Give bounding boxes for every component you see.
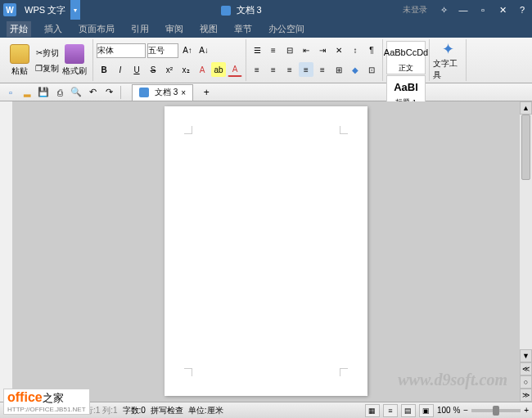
app-menu-dropdown[interactable]: ▾ <box>70 0 80 20</box>
zoom-in-button[interactable]: + <box>524 406 529 415</box>
menu-bar: 开始 插入 页面布局 引用 审阅 视图 章节 办公空间 <box>0 20 532 38</box>
tab-settings-button[interactable]: ⊞ <box>331 62 346 77</box>
text-direction-button[interactable]: ✕ <box>331 43 346 58</box>
login-status[interactable]: 未登录 <box>403 4 427 16</box>
align-center-button[interactable]: ≡ <box>266 62 281 77</box>
menu-review[interactable]: 审阅 <box>162 21 187 37</box>
close-button[interactable]: ✕ <box>493 0 512 20</box>
border-button[interactable]: ⊡ <box>364 62 379 77</box>
add-tab-button[interactable]: + <box>198 84 214 101</box>
document-tab[interactable]: 文档 3 × <box>132 84 193 101</box>
menu-page-layout[interactable]: 页面布局 <box>75 21 118 37</box>
underline-button[interactable]: U <box>129 62 144 77</box>
style-normal[interactable]: AaBbCcDd正文 <box>386 41 426 74</box>
menu-office-space[interactable]: 办公空间 <box>265 21 308 37</box>
save-button[interactable]: 💾 <box>36 85 51 100</box>
number-list-button[interactable]: ≡ <box>266 43 281 58</box>
align-justify-button[interactable]: ≡ <box>299 62 313 77</box>
menu-insert[interactable]: 插入 <box>41 21 65 37</box>
scroll-track[interactable] <box>520 115 532 349</box>
scroll-down-button[interactable]: ▼ <box>520 349 532 362</box>
zoom-thumb[interactable] <box>493 406 499 416</box>
skin-button[interactable]: ✧ <box>434 0 453 20</box>
watermark-brand: office之家 HTTP://OFFICE.JB51.NET <box>3 389 90 415</box>
next-page-button[interactable]: ≫ <box>520 389 532 402</box>
paste-icon <box>10 44 29 64</box>
shading-button[interactable]: ◆ <box>348 62 363 77</box>
view-web-button[interactable]: ▤ <box>401 404 416 417</box>
paste-button[interactable]: 粘贴 <box>5 41 34 80</box>
styles-gallery: AaBbCcDd正文 AaBl标题 1 AaBb(标题 2 AaBbC标题 3 … <box>383 39 430 81</box>
text-tools-button[interactable]: ✦文字工具 <box>433 41 462 80</box>
view-outline-button[interactable]: ≡ <box>383 404 398 417</box>
app-icon: W <box>3 3 16 16</box>
font-size-select[interactable] <box>147 43 178 58</box>
status-word-count[interactable]: 字数:0 <box>123 405 146 416</box>
view-print-layout-button[interactable]: ▦ <box>365 404 380 417</box>
font-color-button[interactable]: A <box>228 62 242 77</box>
multilevel-list-button[interactable]: ⊟ <box>282 43 297 58</box>
title-bar: W WPS 文字 ▾ 文档 3 未登录 ✧ ― ▫ ✕ ? <box>0 0 532 20</box>
print-preview-button[interactable]: 🔍 <box>69 85 83 100</box>
document-title: 文档 3 <box>80 4 403 16</box>
close-tab-button[interactable]: × <box>181 88 186 97</box>
status-spell-check[interactable]: 拼写检查 <box>151 405 183 416</box>
app-name: WPS 文字 <box>20 4 70 16</box>
ribbon: 粘贴 ✂ 剪切 ❐ 复制 格式刷 A↑ A↓ B I U S x² x₂ A <box>0 38 532 83</box>
font-family-select[interactable] <box>97 43 146 58</box>
page[interactable] <box>165 106 367 396</box>
align-right-button[interactable]: ≡ <box>282 62 297 77</box>
zoom-out-button[interactable]: − <box>463 406 468 415</box>
cut-button[interactable]: ✂ 剪切 <box>34 46 60 61</box>
align-distribute-button[interactable]: ≡ <box>315 62 330 77</box>
strikethrough-button[interactable]: S <box>146 62 160 77</box>
scroll-up-button[interactable]: ▲ <box>520 101 532 115</box>
undo-button[interactable]: ↶ <box>85 85 100 100</box>
open-button[interactable]: ▂ <box>20 85 34 100</box>
work-area: ▲ ▼ ≪ ○ ≫ <box>0 101 532 402</box>
brush-icon <box>65 44 84 64</box>
help-button[interactable]: ? <box>512 0 532 20</box>
redo-button[interactable]: ↷ <box>101 85 116 100</box>
bullet-list-button[interactable]: ☰ <box>250 43 264 58</box>
vertical-scrollbar[interactable]: ▲ ▼ ≪ ○ ≫ <box>519 101 532 402</box>
superscript-button[interactable]: x² <box>162 62 177 77</box>
menu-references[interactable]: 引用 <box>128 21 152 37</box>
menu-home[interactable]: 开始 <box>7 21 31 37</box>
prev-page-button[interactable]: ≪ <box>520 362 532 375</box>
minimize-button[interactable]: ― <box>453 0 473 20</box>
zoom-level[interactable]: 100 % <box>437 406 460 415</box>
align-left-button[interactable]: ≡ <box>250 62 264 77</box>
status-unit[interactable]: 单位:厘米 <box>188 405 223 416</box>
margin-corner-icon <box>184 368 192 376</box>
browse-object-button[interactable]: ○ <box>520 375 532 389</box>
print-button[interactable]: ⎙ <box>52 85 67 100</box>
new-doc-button[interactable]: ▫ <box>3 85 18 100</box>
margin-corner-icon <box>184 126 192 134</box>
text-effect-button[interactable]: A <box>195 62 210 77</box>
view-fullscreen-button[interactable]: ▣ <box>419 404 434 417</box>
menu-section[interactable]: 章节 <box>231 21 255 37</box>
highlight-button[interactable]: ab <box>211 62 226 77</box>
menu-view[interactable]: 视图 <box>196 21 221 37</box>
line-spacing-button[interactable]: ↕ <box>348 43 363 58</box>
bold-button[interactable]: B <box>97 62 111 77</box>
maximize-button[interactable]: ▫ <box>473 0 493 20</box>
vertical-ruler[interactable] <box>0 101 13 402</box>
italic-button[interactable]: I <box>113 62 128 77</box>
scroll-thumb[interactable] <box>521 115 530 180</box>
copy-button[interactable]: ❐ 复制 <box>34 61 60 76</box>
decrease-indent-button[interactable]: ⇤ <box>299 43 313 58</box>
document-icon <box>139 88 149 97</box>
subscript-button[interactable]: x₂ <box>178 62 193 77</box>
margin-corner-icon <box>340 368 348 376</box>
zoom-slider[interactable] <box>471 409 521 412</box>
margin-corner-icon <box>340 126 348 134</box>
document-icon <box>221 6 231 16</box>
format-brush-button[interactable]: 格式刷 <box>60 41 89 80</box>
grow-font-button[interactable]: A↑ <box>180 43 195 58</box>
shrink-font-button[interactable]: A↓ <box>196 43 211 58</box>
increase-indent-button[interactable]: ⇥ <box>315 43 330 58</box>
document-canvas[interactable] <box>13 101 519 402</box>
show-marks-button[interactable]: ¶ <box>364 43 379 58</box>
